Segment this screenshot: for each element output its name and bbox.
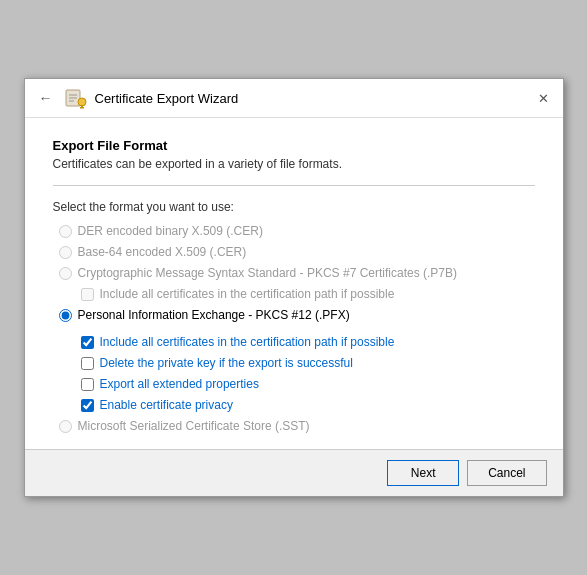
checkbox-include-chain[interactable] bbox=[81, 336, 94, 349]
section-title: Export File Format bbox=[53, 138, 535, 153]
radio-base64[interactable] bbox=[59, 246, 72, 259]
label-pkcs7-include: Include all certificates in the certific… bbox=[100, 287, 395, 301]
certificate-export-wizard: ← Certificate Export Wizard ✕ Export Fil… bbox=[24, 78, 564, 497]
dialog-title: Certificate Export Wizard bbox=[95, 91, 239, 106]
label-der: DER encoded binary X.509 (.CER) bbox=[78, 224, 263, 238]
suboption-include-chain: Include all certificates in the certific… bbox=[81, 335, 535, 349]
option-pkcs7-include: Include all certificates in the certific… bbox=[81, 287, 535, 301]
wizard-icon bbox=[65, 87, 87, 109]
cancel-button[interactable]: Cancel bbox=[467, 460, 546, 486]
dialog-content: Export File Format Certificates can be e… bbox=[25, 118, 563, 449]
dialog-footer: Next Cancel bbox=[25, 449, 563, 496]
checkbox-pkcs7-include[interactable] bbox=[81, 288, 94, 301]
label-sst: Microsoft Serialized Certificate Store (… bbox=[78, 419, 310, 433]
label-pfx: Personal Information Exchange - PKCS #12… bbox=[78, 308, 350, 322]
radio-der[interactable] bbox=[59, 225, 72, 238]
section-desc: Certificates can be exported in a variet… bbox=[53, 157, 535, 171]
close-button[interactable]: ✕ bbox=[534, 91, 553, 106]
svg-rect-6 bbox=[80, 107, 84, 109]
suboption-enable-privacy: Enable certificate privacy bbox=[81, 398, 535, 412]
option-pkcs7: Cryptographic Message Syntax Standard - … bbox=[59, 266, 535, 280]
svg-point-4 bbox=[78, 98, 86, 106]
title-bar-left: ← Certificate Export Wizard bbox=[35, 87, 526, 109]
radio-sst[interactable] bbox=[59, 420, 72, 433]
back-button[interactable]: ← bbox=[35, 90, 57, 106]
radio-pfx[interactable] bbox=[59, 309, 72, 322]
option-pfx: Personal Information Exchange - PKCS #12… bbox=[59, 308, 535, 322]
title-bar: ← Certificate Export Wizard ✕ bbox=[25, 79, 563, 118]
format-options: DER encoded binary X.509 (.CER) Base-64 … bbox=[53, 224, 535, 433]
pfx-suboptions: Include all certificates in the certific… bbox=[81, 335, 535, 412]
suboption-export-extended: Export all extended properties bbox=[81, 377, 535, 391]
label-enable-privacy: Enable certificate privacy bbox=[100, 398, 233, 412]
option-der: DER encoded binary X.509 (.CER) bbox=[59, 224, 535, 238]
label-delete-private: Delete the private key if the export is … bbox=[100, 356, 353, 370]
option-sst: Microsoft Serialized Certificate Store (… bbox=[59, 419, 535, 433]
checkbox-enable-privacy[interactable] bbox=[81, 399, 94, 412]
divider bbox=[53, 185, 535, 186]
checkbox-delete-private[interactable] bbox=[81, 357, 94, 370]
label-include-chain: Include all certificates in the certific… bbox=[100, 335, 395, 349]
format-prompt: Select the format you want to use: bbox=[53, 200, 535, 214]
label-base64: Base-64 encoded X.509 (.CER) bbox=[78, 245, 247, 259]
suboption-delete-private: Delete the private key if the export is … bbox=[81, 356, 535, 370]
option-base64: Base-64 encoded X.509 (.CER) bbox=[59, 245, 535, 259]
label-export-extended: Export all extended properties bbox=[100, 377, 259, 391]
next-button[interactable]: Next bbox=[387, 460, 459, 486]
label-pkcs7: Cryptographic Message Syntax Standard - … bbox=[78, 266, 458, 280]
radio-pkcs7[interactable] bbox=[59, 267, 72, 280]
checkbox-export-extended[interactable] bbox=[81, 378, 94, 391]
